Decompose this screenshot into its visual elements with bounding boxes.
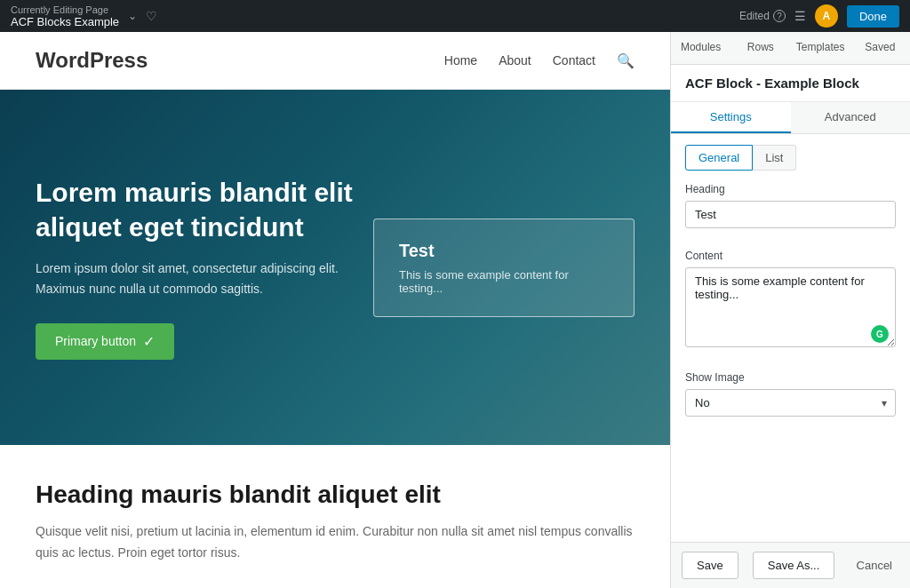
below-heading: Heading mauris blandit aliquet elit <box>36 481 635 509</box>
below-hero: Heading mauris blandit aliquet elit Quis… <box>0 445 670 588</box>
subtab-list[interactable]: List <box>753 145 796 171</box>
done-button[interactable]: Done <box>847 5 899 28</box>
bell-icon[interactable]: ♡ <box>146 9 157 23</box>
admin-bar-right: Edited ? ☰ A Done <box>739 4 899 28</box>
hero-subtext: Lorem ipsum dolor sit amet, consectetur … <box>36 258 373 298</box>
sidebar-top-tabs: Modules Rows Templates Saved <box>671 32 910 65</box>
show-image-select[interactable]: No Yes <box>685 389 896 417</box>
site-logo: WordPress <box>36 48 148 73</box>
heading-label: Heading <box>685 183 896 195</box>
tab-modules[interactable]: Modules <box>671 32 730 64</box>
admin-bar: Currently Editing Page ACF Blocks Exampl… <box>0 0 910 32</box>
content-textarea-wrapper: This is some example content for testing… <box>685 267 896 350</box>
cancel-button[interactable]: Cancel <box>850 552 899 578</box>
show-image-label: Show Image <box>685 371 896 384</box>
hero-content: Lorem mauris blandit elit aliquet eget t… <box>0 131 670 404</box>
preview-area: WordPress Home About Contact 🔍 Lorem mau… <box>0 32 670 588</box>
save-button[interactable]: Save <box>682 552 738 579</box>
user-avatar[interactable]: A <box>815 4 838 28</box>
show-image-field-group: Show Image No Yes <box>671 359 910 425</box>
content-field-group: Content This is some example content for… <box>671 237 910 359</box>
tab-advanced[interactable]: Advanced <box>791 102 911 133</box>
admin-bar-left: Currently Editing Page ACF Blocks Exampl… <box>11 4 157 28</box>
below-text: Quisque velit nisi, pretium ut lacinia i… <box>36 521 635 564</box>
edited-status: Edited ? <box>739 10 786 22</box>
check-icon: ✓ <box>143 333 155 350</box>
primary-button[interactable]: Primary button ✓ <box>36 323 174 360</box>
tab-settings[interactable]: Settings <box>671 102 791 133</box>
page-title-bar: ACF Blocks Example <box>11 15 119 28</box>
subtab-general[interactable]: General <box>685 145 753 171</box>
grammarly-icon: G <box>871 325 889 343</box>
search-icon[interactable]: 🔍 <box>617 52 635 69</box>
site-header: WordPress Home About Contact 🔍 <box>0 32 670 90</box>
acf-card-content: This is some example content for testing… <box>399 268 609 295</box>
hero-text: Lorem mauris blandit elit aliquet eget t… <box>36 175 373 360</box>
primary-button-label: Primary button <box>55 334 136 348</box>
hero-section: Lorem mauris blandit elit aliquet eget t… <box>0 90 670 445</box>
nav-home[interactable]: Home <box>444 53 477 68</box>
nav-contact[interactable]: Contact <box>553 53 595 68</box>
acf-card-title: Test <box>399 241 609 261</box>
content-label: Content <box>685 250 896 262</box>
hero-heading: Lorem mauris blandit elit aliquet eget t… <box>36 175 373 244</box>
sidebar-bottom-buttons: Save Save As... Cancel <box>671 542 910 588</box>
settings-tabs: Settings Advanced <box>671 102 910 134</box>
site-nav: Home About Contact 🔍 <box>444 52 635 69</box>
heading-field-group: Heading <box>671 171 910 237</box>
tab-saved[interactable]: Saved <box>850 32 910 64</box>
acf-block-card: Test This is some example content for te… <box>373 219 635 317</box>
chevron-down-icon[interactable]: ⌄ <box>128 10 137 22</box>
heading-input[interactable] <box>685 201 896 228</box>
admin-bar-info: Currently Editing Page ACF Blocks Exampl… <box>11 4 119 28</box>
list-view-icon[interactable]: ☰ <box>794 9 806 23</box>
main-layout: WordPress Home About Contact 🔍 Lorem mau… <box>0 32 910 588</box>
save-as-button[interactable]: Save As... <box>753 552 835 579</box>
show-image-select-wrapper: No Yes <box>685 389 896 417</box>
tab-templates[interactable]: Templates <box>791 32 850 64</box>
content-textarea[interactable]: This is some example content for testing… <box>685 267 896 347</box>
tab-rows[interactable]: Rows <box>730 32 790 64</box>
block-title: ACF Block - Example Block <box>671 65 910 102</box>
sub-tabs: General List <box>671 134 910 171</box>
info-icon: ? <box>773 10 786 22</box>
editing-label: Currently Editing Page <box>11 4 119 15</box>
sidebar-panel: Modules Rows Templates Saved ACF Block -… <box>670 32 910 588</box>
nav-about[interactable]: About <box>499 53 531 68</box>
